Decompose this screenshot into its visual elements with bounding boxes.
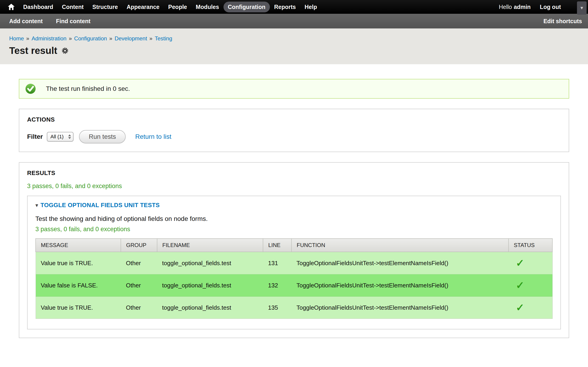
- shortcut-add-content[interactable]: Add content: [9, 18, 43, 25]
- cell-filename: toggle_optional_fields.test: [157, 297, 263, 319]
- cell-status: ✓: [509, 297, 552, 319]
- column-header-status: STATUS: [509, 239, 552, 252]
- cell-function: ToggleOptionalFieldsUnitTest->testElemen…: [292, 297, 509, 319]
- breadcrumb-separator: »: [149, 35, 152, 42]
- admin-toolbar: Dashboard Content Structure Appearance P…: [0, 0, 588, 14]
- status-ok-icon: [25, 83, 36, 94]
- user-greeting: Helloadmin: [499, 4, 531, 10]
- edit-shortcuts-link[interactable]: Edit shortcuts: [544, 18, 582, 25]
- toolbar-menu: Dashboard Content Structure Appearance P…: [19, 2, 321, 12]
- toolbar-user-area: Helloadmin Log out: [499, 4, 561, 10]
- main-content: The test run finished in 0 sec. ACTIONS …: [0, 64, 588, 338]
- cell-line: 132: [263, 274, 292, 297]
- results-table: MESSAGE GROUP FILENAME LINE FUNCTION STA…: [35, 238, 553, 319]
- toolbar-toggle-button[interactable]: ▼: [577, 1, 587, 15]
- test-group-legend-toggle[interactable]: ▾ TOGGLE OPTIONAL FIELDS UNIT TESTS: [35, 202, 160, 209]
- toolbar-item-configuration[interactable]: Configuration: [224, 2, 270, 12]
- cell-line: 135: [263, 297, 292, 319]
- page-title: Test result: [9, 45, 57, 56]
- gear-icon[interactable]: [61, 47, 69, 54]
- cell-message: Value true is TRUE.: [36, 297, 121, 319]
- cell-filename: toggle_optional_fields.test: [157, 252, 263, 274]
- pass-check-icon: ✓: [514, 258, 524, 268]
- test-group-fieldset: ▾ TOGGLE OPTIONAL FIELDS UNIT TESTS Test…: [27, 196, 561, 329]
- username: admin: [514, 4, 531, 10]
- test-group-summary: 3 passes, 0 fails, and 0 exceptions: [35, 226, 553, 233]
- toolbar-item-appearance[interactable]: Appearance: [122, 2, 164, 12]
- page-title-row: Test result: [9, 45, 579, 56]
- breadcrumb-home[interactable]: Home: [9, 35, 24, 42]
- cell-group: Other: [121, 252, 157, 274]
- page-header-region: Home»Administration»Configuration»Develo…: [0, 28, 588, 64]
- run-tests-button[interactable]: Run tests: [79, 130, 125, 143]
- column-header-line: LINE: [263, 239, 292, 252]
- toolbar-item-people[interactable]: People: [164, 2, 191, 12]
- cell-status: ✓: [509, 252, 552, 274]
- logout-link[interactable]: Log out: [540, 4, 561, 10]
- filter-label: Filter: [27, 133, 43, 140]
- test-group-legend-label: TOGGLE OPTIONAL FIELDS UNIT TESTS: [40, 202, 160, 209]
- chevron-down-icon: ▼: [580, 6, 584, 10]
- toolbar-item-help[interactable]: Help: [300, 2, 321, 12]
- cell-group: Other: [121, 297, 157, 319]
- shortcuts-bar: Add content Find content Edit shortcuts: [0, 14, 588, 28]
- breadcrumb-separator: »: [26, 35, 29, 42]
- results-summary: 3 passes, 0 fails, and 0 exceptions: [27, 183, 561, 190]
- toolbar-item-reports[interactable]: Reports: [270, 2, 300, 12]
- actions-panel: ACTIONS Filter All (1) Run tests Return …: [19, 109, 569, 152]
- breadcrumb-separator: »: [109, 35, 112, 42]
- select-stepper-icon: [68, 134, 71, 139]
- breadcrumb-testing[interactable]: Testing: [155, 35, 172, 42]
- collapse-arrow-icon: ▾: [35, 202, 38, 209]
- home-button[interactable]: [5, 0, 17, 14]
- cell-line: 131: [263, 252, 292, 274]
- cell-filename: toggle_optional_fields.test: [157, 274, 263, 297]
- results-panel: RESULTS 3 passes, 0 fails, and 0 excepti…: [19, 162, 569, 338]
- filter-select-value: All (1): [50, 134, 63, 140]
- column-header-function: FUNCTION: [292, 239, 509, 252]
- status-message-text: The test run finished in 0 sec.: [46, 85, 130, 92]
- table-row: Value true is TRUE. Other toggle_optiona…: [36, 297, 552, 319]
- table-row: Value false is FALSE. Other toggle_optio…: [36, 274, 552, 297]
- table-header-row: MESSAGE GROUP FILENAME LINE FUNCTION STA…: [36, 239, 552, 252]
- cell-function: ToggleOptionalFieldsUnitTest->testElemen…: [292, 252, 509, 274]
- breadcrumb: Home»Administration»Configuration»Develo…: [9, 35, 579, 42]
- column-header-message: MESSAGE: [36, 239, 121, 252]
- toolbar-item-content[interactable]: Content: [58, 2, 88, 12]
- breadcrumb-configuration[interactable]: Configuration: [74, 35, 107, 42]
- return-to-list-link[interactable]: Return to list: [135, 133, 171, 140]
- column-header-filename: FILENAME: [157, 239, 263, 252]
- cell-message: Value true is TRUE.: [36, 252, 121, 274]
- toolbar-item-structure[interactable]: Structure: [88, 2, 122, 12]
- table-row: Value true is TRUE. Other toggle_optiona…: [36, 252, 552, 274]
- toolbar-item-dashboard[interactable]: Dashboard: [19, 2, 58, 12]
- filter-row: Filter All (1) Run tests Return to list: [27, 130, 561, 143]
- cell-message: Value false is FALSE.: [36, 274, 121, 297]
- pass-check-icon: ✓: [514, 280, 524, 290]
- home-icon: [8, 3, 15, 10]
- column-header-group: GROUP: [121, 239, 157, 252]
- cell-group: Other: [121, 274, 157, 297]
- breadcrumb-administration[interactable]: Administration: [32, 35, 66, 42]
- toolbar-item-modules[interactable]: Modules: [191, 2, 223, 12]
- cell-status: ✓: [509, 274, 552, 297]
- shortcut-find-content[interactable]: Find content: [56, 18, 90, 25]
- results-legend: RESULTS: [27, 169, 561, 177]
- test-group-description: Test the showing and hiding of optional …: [35, 215, 553, 223]
- pass-check-icon: ✓: [514, 302, 524, 313]
- breadcrumb-development[interactable]: Development: [115, 35, 147, 42]
- status-message: The test run finished in 0 sec.: [19, 79, 569, 99]
- actions-legend: ACTIONS: [27, 116, 561, 123]
- filter-select[interactable]: All (1): [47, 132, 73, 142]
- cell-function: ToggleOptionalFieldsUnitTest->testElemen…: [292, 274, 509, 297]
- greeting-text: Hello: [499, 4, 512, 10]
- breadcrumb-separator: »: [69, 35, 72, 42]
